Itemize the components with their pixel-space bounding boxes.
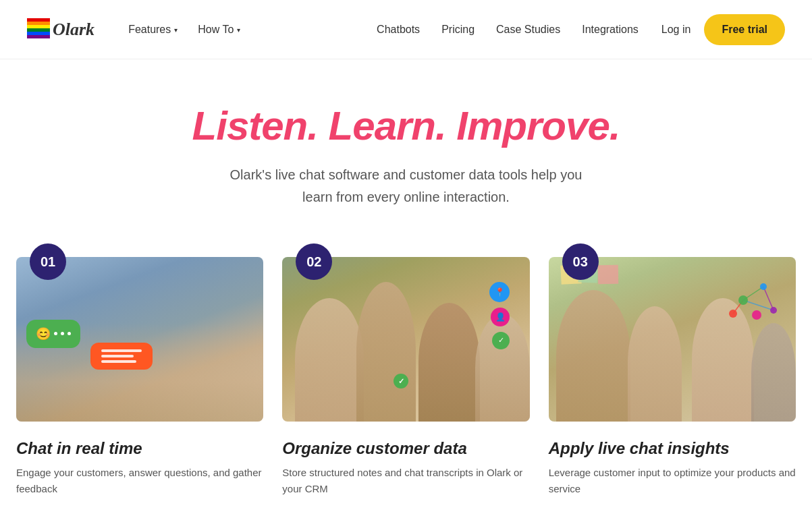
card-2-description: Store structured notes and chat transcri… — [282, 465, 529, 497]
logo-link[interactable]: Olark — [27, 18, 94, 41]
network-icon — [723, 273, 784, 327]
card-3: 03 — [549, 257, 796, 497]
pricing-nav-item[interactable]: Pricing — [432, 18, 484, 41]
hero-subtext: Olark's live chat software and customer … — [204, 164, 609, 208]
logo-text: Olark — [53, 20, 94, 40]
card-2-image: 📍 👤 ✓ ✓ — [282, 257, 529, 422]
svg-point-14 — [770, 307, 777, 314]
data-icons-overlay: 📍 👤 ✓ — [489, 282, 510, 349]
svg-rect-3 — [27, 28, 50, 32]
chat-bubble-orange — [90, 343, 153, 370]
card-3-description: Leverage customer input to optimize your… — [549, 465, 796, 497]
card-2-badge: 02 — [296, 243, 332, 280]
hero-headline: Listen. Learn. Improve. — [27, 103, 785, 149]
navbar: Olark Features ▾ How To ▾ Chatbots Prici… — [0, 0, 812, 59]
svg-point-11 — [738, 295, 748, 305]
svg-point-15 — [752, 310, 761, 320]
features-chevron-icon: ▾ — [174, 26, 178, 34]
login-nav-item[interactable]: Log in — [651, 18, 702, 41]
card-1: 01 😊 Chat in r — [16, 257, 263, 497]
svg-rect-0 — [27, 18, 50, 22]
svg-line-9 — [763, 287, 774, 310]
case-studies-nav-item[interactable]: Case Studies — [487, 18, 570, 41]
nav-links: Features ▾ How To ▾ — [119, 18, 250, 41]
card-2-title: Organize customer data — [282, 439, 529, 458]
howto-chevron-icon: ▾ — [237, 26, 240, 34]
card-1-image: 😊 — [16, 257, 263, 422]
integrations-nav-item[interactable]: Integrations — [572, 18, 648, 41]
svg-point-13 — [729, 310, 737, 318]
svg-rect-1 — [27, 22, 50, 25]
card-1-description: Engage your customers, answer questions,… — [16, 465, 263, 497]
card-3-badge: 03 — [562, 243, 599, 280]
card-2: 02 📍 👤 ✓ ✓ Organize customer data Store … — [282, 257, 529, 497]
card-1-title: Chat in real time — [16, 439, 263, 458]
card-3-image — [549, 257, 796, 422]
logo-flag-icon — [27, 18, 50, 41]
chat-bubble-green: 😊 — [26, 320, 80, 348]
card-1-badge: 01 — [30, 243, 66, 280]
howto-nav-item[interactable]: How To ▾ — [188, 18, 250, 41]
nav-right: Chatbots Pricing Case Studies Integratio… — [367, 14, 785, 45]
svg-rect-5 — [27, 35, 50, 38]
svg-rect-4 — [27, 32, 50, 35]
chatbots-nav-item[interactable]: Chatbots — [367, 18, 429, 41]
svg-line-10 — [743, 300, 774, 310]
features-nav-item[interactable]: Features ▾ — [119, 18, 187, 41]
card-3-title: Apply live chat insights — [549, 439, 796, 458]
free-trial-button[interactable]: Free trial — [704, 14, 785, 45]
svg-point-12 — [760, 283, 767, 290]
hero-section: Listen. Learn. Improve. Olark's live cha… — [0, 59, 812, 233]
cards-section: 01 😊 Chat in r — [0, 233, 812, 518]
svg-rect-2 — [27, 25, 50, 28]
